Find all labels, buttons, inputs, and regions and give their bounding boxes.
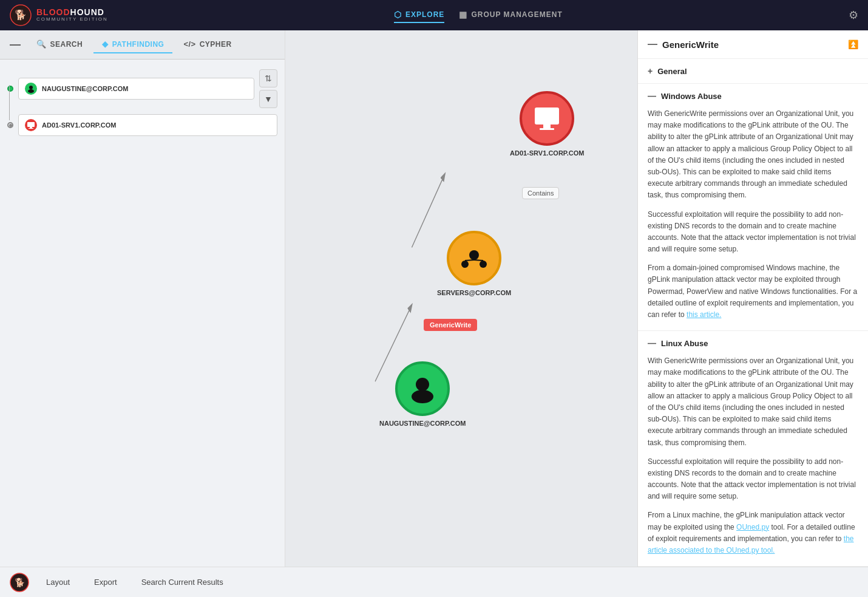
search-current-results-button[interactable]: Search Current Results xyxy=(134,574,231,590)
svg-rect-4 xyxy=(27,122,35,127)
path-actions: ⇅ ▼ xyxy=(259,69,277,108)
svg-rect-5 xyxy=(30,127,32,128)
target-row: AD01-SRV1.CORP.COM xyxy=(7,114,277,136)
servers-node-circle xyxy=(447,231,501,285)
section-general: + General xyxy=(638,59,868,84)
linux-abuse-para-2: Successful exploitation will require the… xyxy=(648,456,858,503)
source-input[interactable]: NAUGUSTINE@CORP.COM xyxy=(18,78,254,100)
naugustine-label: NAUGUSTINE@CORP.COM xyxy=(379,420,466,427)
target-value: AD01-SRV1.CORP.COM xyxy=(42,121,116,129)
ad01-computer-icon xyxy=(531,103,563,134)
linux-abuse-para-1: With GenericWrite permissions over an Or… xyxy=(648,355,858,449)
svg-text:🐕: 🐕 xyxy=(15,9,27,21)
windows-abuse-toggle-icon: — xyxy=(648,91,656,101)
user-icon xyxy=(27,84,35,93)
target-dot xyxy=(7,122,13,128)
expand-double-icon[interactable]: ⏫ xyxy=(848,39,858,49)
ad01-srv1-label: AD01-SRV1.CORP.COM xyxy=(510,149,584,157)
right-panel-title-text: GenericWrite xyxy=(662,39,719,50)
layout-button[interactable]: Layout xyxy=(39,574,77,590)
linux-abuse-toggle-icon: — xyxy=(648,338,656,348)
graph-edges-svg xyxy=(285,30,637,567)
windows-abuse-para-2: Successful exploitation will require the… xyxy=(648,209,858,256)
svg-point-3 xyxy=(28,89,34,93)
svg-text:🐕: 🐕 xyxy=(15,578,25,588)
naugustine-node-circle xyxy=(395,361,450,416)
nav-link-explore[interactable]: ⬡ EXPLORE xyxy=(394,7,444,23)
brand-text: BLOODHOUND COMMUNITY EDITION xyxy=(36,8,108,22)
svg-rect-6 xyxy=(29,128,33,129)
general-section-title: General xyxy=(657,67,687,76)
group-management-icon: ▦ xyxy=(459,10,467,19)
left-panel: — 🔍 SEARCH ◆ PATHFINDING </> CYPHER xyxy=(0,30,285,567)
search-tab-label: SEARCH xyxy=(50,40,83,49)
svg-line-15 xyxy=(465,260,474,261)
ad01-srv1-node-circle xyxy=(520,91,574,146)
linux-abuse-section-title: Linux Abuse xyxy=(661,339,708,348)
brand-name-part2: HOUND xyxy=(70,7,104,17)
tab-bar: — 🔍 SEARCH ◆ PATHFINDING </> CYPHER xyxy=(0,30,285,60)
servers-label: SERVERS@CORP.COM xyxy=(437,289,511,296)
windows-abuse-content: With GenericWrite permissions over an Or… xyxy=(638,108,868,330)
right-panel-title: — GenericWrite xyxy=(648,39,719,50)
brand-name-part1: BLOOD xyxy=(36,7,70,17)
logo-area: 🐕 BLOODHOUND COMMUNITY EDITION xyxy=(10,4,108,26)
section-linux-abuse: — Linux Abuse With GenericWrite permissi… xyxy=(638,331,868,567)
toolbar-logo-icon: 🐕 xyxy=(10,573,29,592)
pathfinding-inputs: NAUGUSTINE@CORP.COM ⇅ ▼ xyxy=(0,60,285,146)
section-windows-abuse-header[interactable]: — Windows Abuse xyxy=(638,84,868,108)
linux-abuse-ouned-link[interactable]: OUned.py xyxy=(736,523,769,531)
section-general-header[interactable]: + General xyxy=(638,59,868,83)
tab-search[interactable]: 🔍 SEARCH xyxy=(28,36,91,53)
swap-direction-button[interactable]: ⇅ xyxy=(259,69,277,87)
graph-node-ad01-srv1[interactable]: AD01-SRV1.CORP.COM xyxy=(510,91,584,157)
source-node-icon xyxy=(25,83,37,95)
svg-point-2 xyxy=(29,86,33,89)
windows-abuse-para-3: From a domain-joined compromised Windows… xyxy=(648,262,858,321)
target-input[interactable]: AD01-SRV1.CORP.COM xyxy=(18,114,277,136)
section-linux-abuse-header[interactable]: — Linux Abuse xyxy=(638,331,868,355)
explore-icon: ⬡ xyxy=(394,10,402,19)
settings-gear-icon[interactable]: ⚙ xyxy=(849,9,858,22)
naugustine-user-icon xyxy=(407,374,438,404)
tab-cypher[interactable]: </> CYPHER xyxy=(175,36,240,53)
svg-rect-18 xyxy=(543,125,551,128)
right-panel: — GenericWrite ⏫ + General — Windows Abu… xyxy=(637,30,868,567)
group-management-label: GROUP MANAGEMENT xyxy=(471,10,562,19)
collapse-section-icon[interactable]: — xyxy=(648,39,657,50)
section-windows-abuse: — Windows Abuse With GenericWrite permis… xyxy=(638,84,868,331)
target-node-icon xyxy=(25,119,37,131)
top-navigation: 🐕 BLOODHOUND COMMUNITY EDITION ⬡ EXPLORE… xyxy=(0,0,868,30)
graph-node-naugustine[interactable]: NAUGUSTINE@CORP.COM xyxy=(379,361,466,427)
nav-links: ⬡ EXPLORE ▦ GROUP MANAGEMENT xyxy=(394,7,563,23)
servers-group-icon xyxy=(459,243,489,273)
svg-rect-17 xyxy=(535,107,559,125)
svg-point-12 xyxy=(469,250,479,260)
graph-node-servers[interactable]: SERVERS@CORP.COM xyxy=(437,231,511,296)
windows-abuse-section-title: Windows Abuse xyxy=(661,92,722,101)
linux-abuse-para-3: From a Linux machine, the gPLink manipul… xyxy=(648,510,858,556)
explore-label: EXPLORE xyxy=(405,10,444,19)
right-panel-header: — GenericWrite ⏫ xyxy=(638,30,868,59)
tab-pathfinding[interactable]: ◆ PATHFINDING xyxy=(93,36,172,53)
graph-canvas[interactable]: NAUGUSTINE@CORP.COM SERVERS@CORP.COM xyxy=(285,30,637,567)
bottom-toolbar: 🐕 Layout Export Search Current Results xyxy=(0,567,868,597)
svg-line-16 xyxy=(474,260,483,261)
general-toggle-icon: + xyxy=(648,66,653,76)
export-button[interactable]: Export xyxy=(87,574,124,590)
source-dot xyxy=(7,86,13,92)
cypher-tab-icon: </> xyxy=(183,39,195,49)
collapse-panel-button[interactable]: — xyxy=(5,36,25,53)
computer-icon xyxy=(27,121,35,129)
nav-link-group-management[interactable]: ▦ GROUP MANAGEMENT xyxy=(459,7,562,23)
filter-button[interactable]: ▼ xyxy=(259,90,277,108)
pathfinding-tab-label: PATHFINDING xyxy=(112,40,164,49)
search-tab-icon: 🔍 xyxy=(36,39,47,49)
bloodhound-logo-icon: 🐕 xyxy=(10,4,32,26)
svg-point-11 xyxy=(412,390,433,403)
windows-abuse-para-1: With GenericWrite permissions over an Or… xyxy=(648,108,858,202)
svg-point-10 xyxy=(416,378,429,391)
windows-abuse-this-article-link[interactable]: this article. xyxy=(687,310,721,319)
main-layout: — 🔍 SEARCH ◆ PATHFINDING </> CYPHER xyxy=(0,30,868,567)
source-value: NAUGUSTINE@CORP.COM xyxy=(42,85,129,92)
